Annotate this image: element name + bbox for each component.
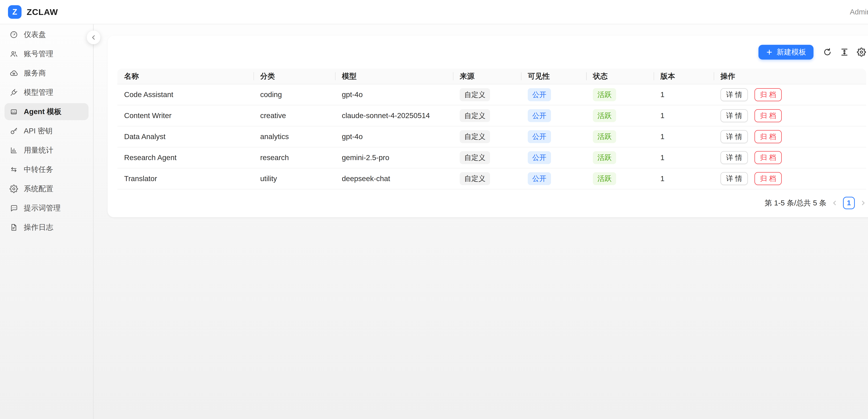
cell-version: 1	[654, 147, 714, 169]
cell-visibility: 公开	[521, 106, 586, 126]
archive-button[interactable]: 归 档	[754, 88, 782, 101]
source-badge: 自定义	[460, 88, 490, 101]
sidebar-collapse-button[interactable]	[87, 31, 100, 44]
sidebar-item-models[interactable]: 模型管理	[4, 84, 89, 101]
page-1-button[interactable]: 1	[843, 197, 855, 209]
users-icon	[9, 50, 18, 58]
chevron-left-icon	[90, 34, 97, 41]
status-badge: 活跃	[593, 109, 616, 122]
cell-status: 活跃	[586, 169, 654, 189]
toolbar: 新建模板	[117, 45, 866, 60]
archive-button[interactable]: 归 档	[754, 172, 782, 185]
cell-model: gemini-2.5-pro	[335, 147, 453, 169]
sidebar-item-system-config[interactable]: 系统配置	[4, 180, 89, 197]
archive-button[interactable]: 归 档	[754, 151, 782, 164]
templates-table: 名称分类模型来源可见性状态版本操作 Code Assistant coding …	[117, 68, 866, 189]
sidebar-item-operation-logs[interactable]: 操作日志	[4, 219, 89, 236]
table-row: Content Writer creative claude-sonnet-4-…	[117, 106, 866, 126]
column-header: 模型	[335, 68, 453, 84]
sidebar-item-label: 中转任务	[24, 164, 53, 175]
visibility-badge: 公开	[528, 172, 551, 185]
cloud-icon	[9, 69, 18, 78]
visibility-badge: 公开	[528, 130, 551, 143]
sidebar-item-api-keys[interactable]: API 密钥	[4, 122, 89, 140]
status-badge: 活跃	[593, 88, 616, 101]
source-badge: 自定义	[460, 151, 490, 164]
sidebar-item-accounts[interactable]: 账号管理	[4, 45, 89, 62]
sidebar-item-usage-stats[interactable]: 用量统计	[4, 142, 89, 159]
plug-icon	[9, 88, 18, 97]
column-header: 分类	[253, 68, 335, 84]
gear-icon	[9, 185, 18, 193]
sidebar-item-label: API 密钥	[24, 126, 53, 136]
cell-name: Data Analyst	[117, 126, 253, 147]
sidebar-nav: 仪表盘账号管理服务商模型管理Agent 模板API 密钥用量统计中转任务系统配置…	[4, 26, 89, 236]
prev-page-button[interactable]	[832, 200, 838, 206]
detail-button[interactable]: 详 情	[720, 88, 748, 101]
robot-icon	[9, 108, 18, 116]
cell-actions: 详 情 归 档	[714, 169, 866, 189]
document-icon	[9, 223, 18, 232]
cell-model: claude-sonnet-4-20250514	[335, 106, 453, 126]
cell-status: 活跃	[586, 147, 654, 169]
sidebar-item-label: 账号管理	[24, 49, 53, 59]
visibility-badge: 公开	[528, 88, 551, 101]
cell-name: Code Assistant	[117, 84, 253, 106]
table-row: Code Assistant coding gpt-4o 自定义 公开 活跃 1…	[117, 84, 866, 106]
density-button[interactable]	[840, 48, 849, 57]
next-page-button[interactable]	[860, 200, 866, 206]
sidebar-item-agent-templates[interactable]: Agent 模板	[4, 103, 89, 120]
source-badge: 自定义	[460, 109, 490, 122]
status-badge: 活跃	[593, 172, 616, 185]
detail-button[interactable]: 详 情	[720, 151, 748, 164]
user-menu[interactable]: Admin	[850, 8, 868, 16]
create-template-label: 新建模板	[777, 47, 806, 57]
sidebar-item-prompts[interactable]: 提示词管理	[4, 200, 89, 216]
cell-category: research	[253, 147, 335, 169]
brand-name: ZCLAW	[27, 7, 58, 17]
sidebar: 仪表盘账号管理服务商模型管理Agent 模板API 密钥用量统计中转任务系统配置…	[0, 24, 94, 419]
sidebar-item-relay-tasks[interactable]: 中转任务	[4, 161, 89, 178]
sidebar-item-label: 服务商	[24, 68, 46, 78]
status-badge: 活跃	[593, 151, 616, 164]
archive-button[interactable]: 归 档	[754, 109, 782, 122]
app-body: 仪表盘账号管理服务商模型管理Agent 模板API 密钥用量统计中转任务系统配置…	[0, 24, 868, 419]
settings-button[interactable]	[857, 48, 866, 57]
chevron-left-icon	[832, 200, 838, 206]
brand-logo: Z	[8, 5, 22, 19]
sidebar-item-label: 仪表盘	[24, 30, 46, 39]
content-card: 新建模板	[107, 36, 868, 217]
refresh-icon	[823, 48, 832, 57]
create-template-button[interactable]: 新建模板	[758, 45, 813, 60]
sidebar-item-label: 用量统计	[24, 145, 53, 155]
swap-icon	[9, 165, 18, 174]
chevron-right-icon	[860, 200, 866, 206]
sidebar-item-label: 操作日志	[24, 222, 53, 232]
source-badge: 自定义	[460, 172, 490, 185]
cell-actions: 详 情 归 档	[714, 106, 866, 126]
cell-visibility: 公开	[521, 147, 586, 169]
sidebar-item-label: 提示词管理	[24, 203, 61, 213]
detail-button[interactable]: 详 情	[720, 172, 748, 185]
sidebar-item-label: Agent 模板	[24, 107, 61, 117]
detail-button[interactable]: 详 情	[720, 109, 748, 122]
table-row: Translator utility deepseek-chat 自定义 公开 …	[117, 169, 866, 189]
sidebar-item-label: 模型管理	[24, 87, 53, 97]
gear-icon	[857, 48, 866, 57]
pagination-summary: 第 1-5 条/总共 5 条	[765, 198, 827, 208]
archive-button[interactable]: 归 档	[754, 130, 782, 143]
cell-visibility: 公开	[521, 126, 586, 147]
cell-model: deepseek-chat	[335, 169, 453, 189]
refresh-button[interactable]	[823, 48, 832, 57]
cell-name: Research Agent	[117, 147, 253, 169]
sidebar-item-label: 系统配置	[24, 184, 53, 194]
cell-category: utility	[253, 169, 335, 189]
detail-button[interactable]: 详 情	[720, 130, 748, 143]
status-badge: 活跃	[593, 130, 616, 143]
bar-chart-icon	[9, 146, 18, 154]
table-row: Research Agent research gemini-2.5-pro 自…	[117, 147, 866, 169]
cell-visibility: 公开	[521, 169, 586, 189]
sidebar-item-providers[interactable]: 服务商	[4, 65, 89, 82]
sidebar-item-dashboard[interactable]: 仪表盘	[4, 26, 89, 43]
cell-category: coding	[253, 84, 335, 106]
